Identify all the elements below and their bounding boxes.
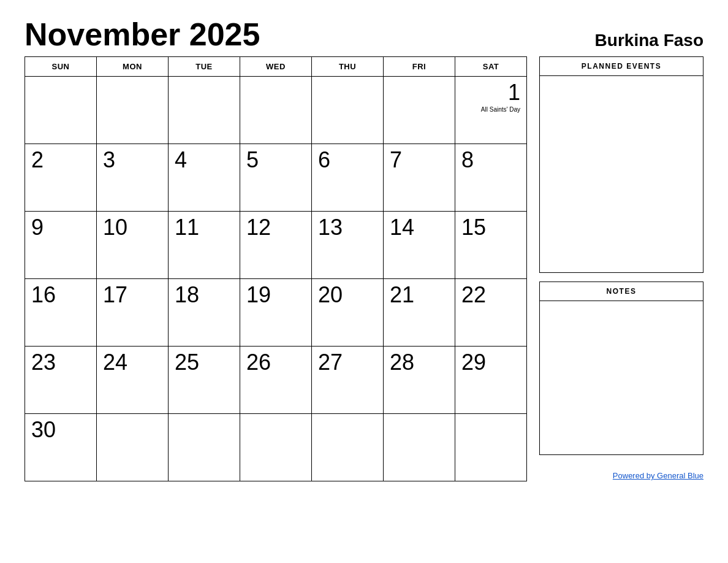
calendar-cell: 30 [25,414,97,481]
day-number: 11 [175,215,199,240]
day-number: 14 [390,215,414,240]
col-sat: SAT [455,57,527,77]
calendar-cell: 7 [384,144,455,212]
day-number: 6 [318,147,330,172]
calendar-cell: 6 [312,144,384,212]
calendar-cell [240,77,312,144]
calendar-cell: 4 [169,144,240,212]
calendar-cell: 24 [97,347,169,414]
day-number: 13 [318,215,343,240]
col-wed: WED [240,57,312,77]
calendar-cell: 26 [240,347,312,414]
calendar-cell: 3 [97,144,169,212]
calendar-cell: 16 [25,279,97,347]
calendar-cell [25,77,97,144]
col-tue: TUE [169,57,240,77]
calendar-cell: 25 [169,347,240,414]
day-number: 29 [461,350,486,375]
calendar-cell: 12 [240,212,312,279]
calendar-cell: 11 [169,212,240,279]
day-number: 20 [318,282,343,307]
calendar-cell: 14 [384,212,455,279]
calendar-table: SUN MON TUE WED THU FRI SAT 1All Saints'… [25,56,527,481]
calendar-cell: 5 [240,144,312,212]
footer: Powered by General Blue [539,470,703,481]
calendar-cell [384,414,455,481]
day-number: 1 [508,80,520,105]
calendar-cell: 10 [97,212,169,279]
calendar-cell: 2 [25,144,97,212]
calendar-cell: 27 [312,347,384,414]
day-number: 4 [175,147,187,172]
calendar-cell: 15 [455,212,527,279]
powered-by-link[interactable]: Powered by General Blue [613,471,703,480]
day-number: 30 [31,417,56,442]
day-number: 5 [246,147,259,172]
calendar-cell [312,77,384,144]
col-thu: THU [312,57,384,77]
calendar-cell: 19 [240,279,312,347]
day-number: 26 [246,350,271,375]
calendar-cell [455,414,527,481]
day-number: 18 [175,282,199,307]
notes-header: NOTES [540,282,703,301]
calendar-cell: 17 [97,279,169,347]
calendar-cell: 28 [384,347,455,414]
notes-box: NOTES [539,282,703,455]
page-header: November 2025 Burkina Faso [25,18,703,50]
day-number: 3 [103,147,115,172]
day-number: 19 [246,282,271,307]
calendar-cell: 13 [312,212,384,279]
calendar-week-row: 30 [25,414,527,481]
planned-events-body [540,76,703,272]
calendar-cell: 18 [169,279,240,347]
day-number: 15 [461,215,486,240]
day-number: 25 [175,350,199,375]
day-number: 12 [246,215,271,240]
day-number: 10 [103,215,127,240]
day-number: 17 [103,282,127,307]
main-layout: SUN MON TUE WED THU FRI SAT 1All Saints'… [25,56,703,481]
calendar-cell [384,77,455,144]
holiday-name: All Saints' Day [461,106,520,113]
col-sun: SUN [25,57,97,77]
calendar-week-row: 23242526272829 [25,347,527,414]
calendar-section: SUN MON TUE WED THU FRI SAT 1All Saints'… [25,56,527,481]
calendar-week-row: 16171819202122 [25,279,527,347]
calendar-cell [169,77,240,144]
calendar-cell: 1All Saints' Day [455,77,527,144]
day-number: 7 [390,147,402,172]
calendar-cell [240,414,312,481]
col-mon: MON [97,57,169,77]
calendar-week-row: 9101112131415 [25,212,527,279]
day-number: 8 [461,147,474,172]
calendar-cell: 9 [25,212,97,279]
day-number: 21 [390,282,414,307]
days-of-week-row: SUN MON TUE WED THU FRI SAT [25,57,527,77]
planned-events-header: PLANNED EVENTS [540,57,703,76]
calendar-cell: 20 [312,279,384,347]
country-title: Burkina Faso [595,31,703,50]
calendar-cell: 8 [455,144,527,212]
day-number: 27 [318,350,343,375]
notes-body [540,301,703,454]
calendar-cell [312,414,384,481]
planned-events-box: PLANNED EVENTS [539,56,703,273]
calendar-cell: 21 [384,279,455,347]
day-number: 23 [31,350,56,375]
month-title: November 2025 [25,18,260,50]
calendar-week-row: 2345678 [25,144,527,212]
sidebar-section: PLANNED EVENTS NOTES Powered by General … [539,56,703,481]
calendar-cell [97,414,169,481]
day-number: 16 [31,282,56,307]
day-number: 2 [31,147,44,172]
calendar-cell [97,77,169,144]
col-fri: FRI [384,57,455,77]
calendar-cell: 23 [25,347,97,414]
calendar-cell [169,414,240,481]
calendar-cell: 29 [455,347,527,414]
calendar-week-row: 1All Saints' Day [25,77,527,144]
day-number: 24 [103,350,127,375]
calendar-cell: 22 [455,279,527,347]
day-number: 28 [390,350,414,375]
